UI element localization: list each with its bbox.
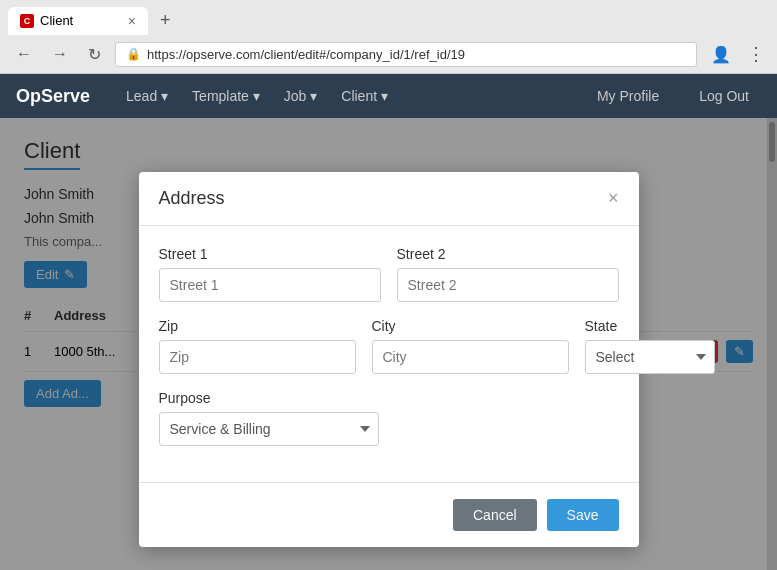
profile-icon-button[interactable]: 👤 [705, 43, 737, 66]
modal-close-button[interactable]: × [608, 189, 619, 207]
app-logo: OpServe [16, 86, 90, 107]
nav-job[interactable]: Job ▾ [272, 74, 329, 118]
state-select[interactable]: SelectALAKAZARCACOCTDEFLGAHIIDILINIAKSKY… [585, 340, 715, 374]
street1-label: Street 1 [159, 246, 381, 262]
state-group: State SelectALAKAZARCACOCTDEFLGAHIIDILIN… [585, 318, 715, 374]
modal-header: Address × [139, 172, 639, 226]
address-bar: ← → ↻ 🔒 https://opserve.com/client/edit#… [0, 35, 777, 74]
forward-button[interactable]: → [46, 43, 74, 65]
street2-group: Street 2 [397, 246, 619, 302]
purpose-label: Purpose [159, 390, 379, 406]
city-input[interactable] [372, 340, 569, 374]
street-row: Street 1 Street 2 [159, 246, 619, 302]
page-background: Client John Smith John Smith This compa.… [0, 118, 777, 570]
purpose-row: Purpose Service & BillingServiceBillingO… [159, 390, 619, 446]
zip-group: Zip [159, 318, 356, 374]
url-bar[interactable]: 🔒 https://opserve.com/client/edit#/compa… [115, 42, 697, 67]
purpose-select[interactable]: Service & BillingServiceBillingOther [159, 412, 379, 446]
save-button[interactable]: Save [547, 499, 619, 531]
nav-client[interactable]: Client ▾ [329, 74, 400, 118]
zip-city-state-row: Zip City State SelectALAKAZARCACOCTDEFLG… [159, 318, 619, 374]
zip-input[interactable] [159, 340, 356, 374]
modal-overlay: Address × Street 1 Street 2 [0, 118, 777, 570]
city-label: City [372, 318, 569, 334]
app-navigation: OpServe Lead ▾ Template ▾ Job ▾ Client ▾… [0, 74, 777, 118]
street1-group: Street 1 [159, 246, 381, 302]
back-button[interactable]: ← [10, 43, 38, 65]
nav-my-profile[interactable]: My Profile [585, 74, 671, 118]
nav-template[interactable]: Template ▾ [180, 74, 272, 118]
reload-button[interactable]: ↻ [82, 43, 107, 66]
browser-menu-button[interactable]: ⋮ [745, 41, 767, 67]
street2-label: Street 2 [397, 246, 619, 262]
zip-label: Zip [159, 318, 356, 334]
nav-lead[interactable]: Lead ▾ [114, 74, 180, 118]
street1-input[interactable] [159, 268, 381, 302]
modal-body: Street 1 Street 2 Zip City [139, 226, 639, 482]
tab-close-btn[interactable]: × [128, 13, 136, 29]
new-tab-button[interactable]: + [152, 6, 179, 35]
address-modal: Address × Street 1 Street 2 [139, 172, 639, 547]
modal-title: Address [159, 188, 225, 209]
url-text: https://opserve.com/client/edit#/company… [147, 47, 465, 62]
lock-icon: 🔒 [126, 47, 141, 61]
tab-bar: C Client × + [0, 0, 777, 35]
nav-log-out[interactable]: Log Out [687, 74, 761, 118]
nav-right: My Profile Log Out [585, 74, 761, 118]
tab-title: Client [40, 13, 73, 28]
cancel-button[interactable]: Cancel [453, 499, 537, 531]
browser-chrome: C Client × + ← → ↻ 🔒 https://opserve.com… [0, 0, 777, 74]
modal-footer: Cancel Save [139, 482, 639, 547]
state-label: State [585, 318, 715, 334]
active-tab[interactable]: C Client × [8, 7, 148, 35]
street2-input[interactable] [397, 268, 619, 302]
favicon: C [20, 14, 34, 28]
purpose-group: Purpose Service & BillingServiceBillingO… [159, 390, 379, 446]
city-group: City [372, 318, 569, 374]
